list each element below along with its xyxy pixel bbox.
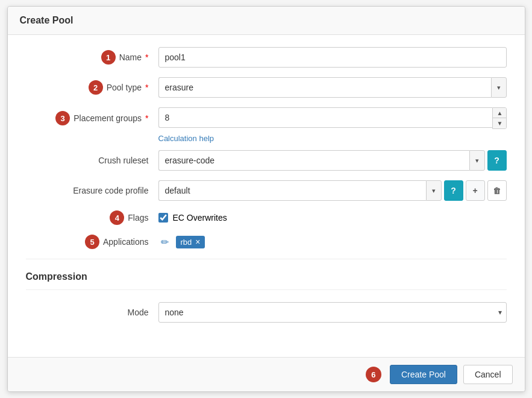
crush-ruleset-label: Crush ruleset: [98, 156, 148, 165]
crush-ruleset-row: Crush ruleset erasure-code ▾: [26, 150, 507, 171]
question-icon: ?: [494, 156, 499, 165]
section-divider: [26, 259, 507, 259]
create-pool-button[interactable]: Create Pool: [390, 365, 457, 384]
plus-icon: +: [472, 186, 477, 195]
mode-select-wrapper: none aggressive passive force: [158, 302, 507, 323]
name-label-col: 1 Name *: [26, 50, 158, 65]
erasure-code-profile-arrow[interactable]: ▾: [426, 180, 442, 201]
erasure-profile-arrow-icon: ▾: [432, 187, 436, 195]
calc-help-link[interactable]: Calculation help: [158, 134, 507, 143]
create-pool-modal: Create Pool 1 Name * 2 Pool type: [7, 6, 525, 392]
modal-footer: 6 Create Pool Cancel: [8, 357, 525, 391]
erasure-code-profile-select[interactable]: default: [158, 180, 426, 201]
mode-label: Mode: [127, 308, 148, 317]
name-required: *: [145, 52, 148, 62]
step-6-badge: 6: [366, 367, 381, 382]
ec-overwrites-label: EC Overwrites: [173, 213, 227, 223]
mode-select[interactable]: none aggressive passive force: [158, 302, 507, 323]
ec-overwrites-checkbox[interactable]: [158, 213, 168, 223]
applications-input-col: ✏ rbd ×: [158, 235, 507, 249]
applications-tags-row: ✏ rbd ×: [158, 235, 507, 249]
close-icon: ×: [195, 237, 200, 247]
pool-type-input-col: replicated erasure ▾: [158, 77, 507, 98]
step-5-badge: 5: [85, 235, 99, 249]
erasure-code-profile-input-col: default ▾ ? + 🗑: [158, 180, 507, 201]
pool-type-label-col: 2 Pool type *: [26, 80, 158, 95]
mode-label-col: Mode: [26, 308, 158, 317]
erasure-code-profile-row: Erasure code profile default ▾: [26, 180, 507, 201]
name-row: 1 Name *: [26, 47, 507, 68]
rbd-tag-label: rbd: [181, 238, 192, 247]
placement-groups-required: *: [145, 113, 148, 123]
name-input-col: [158, 47, 507, 68]
mode-row: Mode none aggressive passive force: [26, 302, 507, 323]
name-label: Name: [119, 52, 142, 62]
crush-ruleset-group: erasure-code ▾ ?: [158, 150, 507, 171]
flags-row: 4 Flags EC Overwrites: [26, 210, 507, 225]
compression-section: Compression Mode none aggressive passive…: [26, 271, 507, 323]
cancel-button[interactable]: Cancel: [463, 365, 513, 384]
placement-groups-input-col: ▲ ▼: [158, 107, 507, 129]
rbd-tag: rbd ×: [176, 236, 205, 248]
erasure-code-profile-group: default ▾ ? + 🗑: [158, 180, 507, 201]
step-1-badge: 1: [101, 50, 116, 65]
placement-groups-up-btn[interactable]: ▲: [493, 108, 506, 118]
modal-header: Create Pool: [8, 7, 525, 35]
rbd-tag-remove-btn[interactable]: ×: [195, 238, 200, 246]
step-4-badge: 4: [110, 210, 124, 225]
placement-groups-down-btn[interactable]: ▼: [493, 118, 506, 128]
placement-groups-row: 3 Placement groups * ▲ ▼: [26, 107, 507, 129]
pool-type-label: Pool type: [107, 83, 142, 92]
placement-groups-label-col: 3 Placement groups *: [26, 111, 158, 125]
placement-groups-spinners: ▲ ▼: [492, 107, 506, 129]
placement-groups-input[interactable]: [158, 107, 493, 128]
crush-ruleset-arrow-icon: ▾: [475, 157, 479, 165]
applications-edit-btn[interactable]: ✏: [158, 235, 171, 249]
name-input[interactable]: [158, 47, 507, 68]
applications-row: 5 Applications ✏ rbd ×: [26, 235, 507, 249]
crush-ruleset-input-col: erasure-code ▾ ?: [158, 150, 507, 171]
crush-ruleset-arrow[interactable]: ▾: [469, 150, 485, 171]
modal-title: Create Pool: [20, 15, 513, 26]
erasure-code-profile-select-wrapper: default ▾: [158, 180, 442, 201]
placement-groups-spinner-wrapper: ▲ ▼: [158, 107, 507, 129]
crush-ruleset-select[interactable]: erasure-code: [158, 150, 469, 171]
erasure-code-profile-add-btn[interactable]: +: [466, 180, 485, 201]
erasure-code-profile-label: Erasure code profile: [73, 186, 148, 195]
applications-label-col: 5 Applications: [26, 235, 158, 249]
step-2-badge: 2: [89, 80, 103, 95]
placement-groups-label: Placement groups: [74, 113, 142, 123]
trash-icon: 🗑: [493, 186, 501, 195]
modal-body: 1 Name * 2 Pool type * re: [8, 35, 525, 357]
erasure-code-profile-delete-btn[interactable]: 🗑: [487, 180, 507, 201]
erasure-code-profile-help-btn[interactable]: ?: [444, 180, 463, 201]
crush-ruleset-help-btn[interactable]: ?: [487, 150, 507, 171]
pool-type-select-wrapper: replicated erasure ▾: [158, 77, 507, 98]
erasure-question-icon: ?: [451, 186, 456, 195]
pool-type-arrow[interactable]: ▾: [491, 77, 507, 98]
pool-type-row: 2 Pool type * replicated erasure ▾: [26, 77, 507, 98]
pool-config-section: 1 Name * 2 Pool type * re: [26, 47, 507, 249]
mode-input-col: none aggressive passive force: [158, 302, 507, 323]
flags-input-col: EC Overwrites: [158, 213, 507, 223]
ec-overwrites-checkbox-row: EC Overwrites: [158, 213, 507, 223]
compression-title: Compression: [26, 271, 507, 290]
edit-icon: ✏: [161, 237, 169, 247]
dropdown-arrow-icon: ▾: [497, 84, 501, 92]
erasure-code-profile-label-col: Erasure code profile: [26, 186, 158, 195]
flags-label-col: 4 Flags: [26, 210, 158, 225]
crush-ruleset-select-wrapper: erasure-code ▾: [158, 150, 485, 171]
step-3-badge: 3: [55, 111, 70, 125]
crush-ruleset-label-col: Crush ruleset: [26, 156, 158, 165]
flags-label: Flags: [128, 213, 148, 223]
pool-type-select[interactable]: replicated erasure: [158, 77, 491, 98]
pool-type-required: *: [145, 83, 148, 92]
applications-label: Applications: [103, 237, 149, 247]
